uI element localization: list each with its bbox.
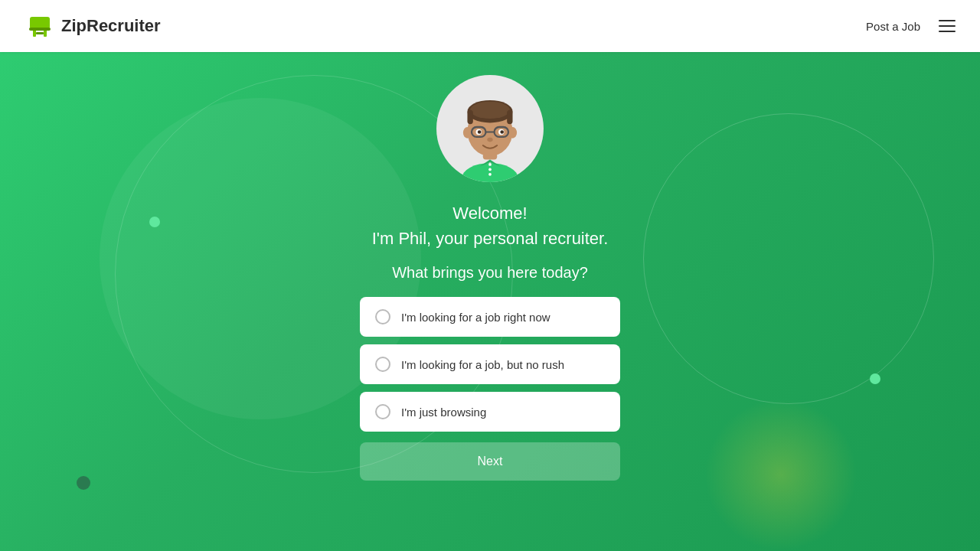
options-container: I'm looking for a job right now I'm look… [360, 297, 620, 432]
svg-rect-3 [29, 28, 51, 31]
svg-rect-0 [30, 17, 50, 29]
radio-option-2[interactable] [375, 357, 390, 372]
welcome-line2: I'm Phil, your personal recruiter. [372, 229, 609, 249]
header: ZipRecruiter Post a Job [0, 0, 980, 52]
question-text: What brings you here today? [392, 264, 588, 282]
svg-rect-15 [467, 110, 472, 124]
svg-point-14 [470, 102, 510, 119]
welcome-line1: Welcome! [452, 201, 527, 226]
svg-point-17 [463, 127, 472, 139]
radio-option-1[interactable] [375, 309, 390, 324]
hamburger-menu-button[interactable] [939, 20, 956, 32]
svg-point-25 [500, 130, 504, 134]
svg-point-10 [488, 168, 492, 171]
main-content: Welcome! I'm Phil, your personal recruit… [0, 52, 980, 551]
header-right: Post a Job [866, 20, 956, 33]
logo-text: ZipRecruiter [61, 16, 161, 36]
svg-point-18 [508, 127, 517, 139]
hamburger-line-3 [939, 31, 956, 32]
option-item-1[interactable]: I'm looking for a job right now [360, 297, 620, 337]
option-label-2: I'm looking for a job, but no rush [401, 358, 564, 371]
logo-icon [24, 11, 55, 41]
svg-point-9 [488, 163, 492, 166]
svg-point-5 [462, 163, 518, 182]
option-item-2[interactable]: I'm looking for a job, but no rush [360, 344, 620, 384]
next-button[interactable]: Next [360, 442, 620, 481]
hamburger-line-2 [939, 25, 956, 27]
radio-option-3[interactable] [375, 404, 390, 419]
svg-point-26 [487, 138, 492, 142]
hamburger-line-1 [939, 20, 956, 21]
option-label-3: I'm just browsing [401, 406, 486, 419]
option-label-1: I'm looking for a job right now [401, 311, 550, 324]
option-item-3[interactable]: I'm just browsing [360, 392, 620, 432]
avatar [436, 75, 544, 182]
post-job-button[interactable]: Post a Job [866, 20, 920, 33]
avatar-illustration [444, 90, 536, 182]
svg-point-11 [488, 173, 492, 176]
svg-point-24 [478, 130, 482, 134]
svg-rect-16 [507, 110, 512, 124]
svg-rect-4 [36, 32, 44, 34]
content-area: Welcome! I'm Phil, your personal recruit… [0, 75, 980, 481]
logo: ZipRecruiter [24, 11, 161, 41]
